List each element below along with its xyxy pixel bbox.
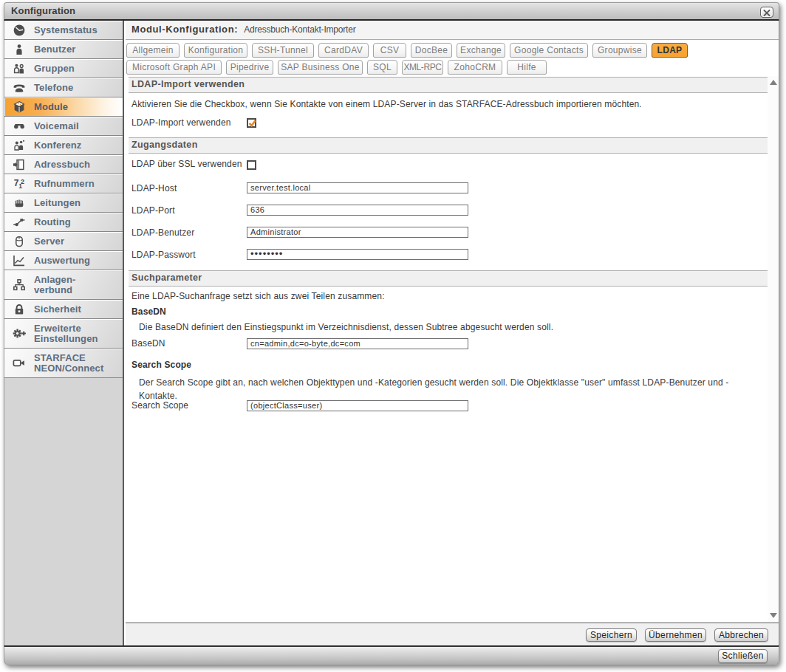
svg-text:2: 2 (21, 177, 24, 185)
